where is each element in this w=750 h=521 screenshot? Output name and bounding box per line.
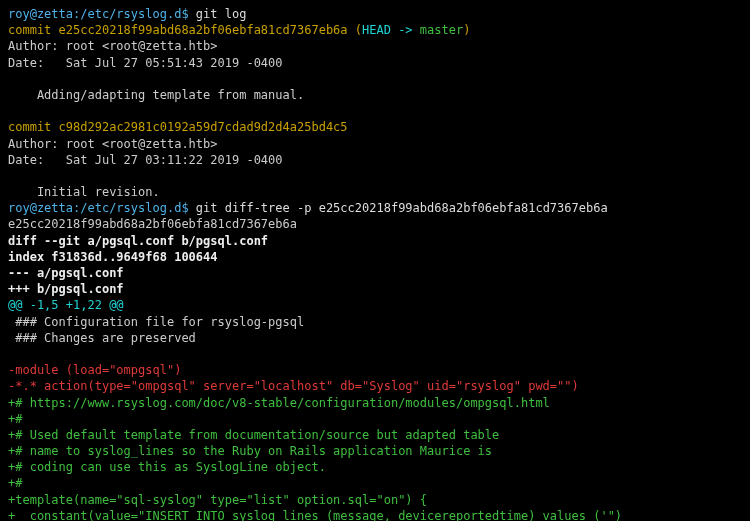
- diff-del: -*.* action(type="ompgsql" server="local…: [8, 378, 742, 394]
- command: git log: [196, 7, 247, 21]
- diff-del: -module (load="ompgsql"): [8, 362, 742, 378]
- diff-add: +# Used default template from documentat…: [8, 427, 742, 443]
- commit-hash: e25cc20218f99abd68a2bf06ebfa81cd7367eb6a: [59, 23, 348, 37]
- date-line: Date: Sat Jul 27 05:51:43 2019 -0400: [8, 55, 742, 71]
- diff-add: + constant(value="INSERT INTO syslog_lin…: [8, 508, 742, 521]
- ctx-line: ### Changes are preserved: [8, 330, 742, 346]
- diff-add: +template(name="sql-syslog" type="list" …: [8, 492, 742, 508]
- commit-message: Adding/adapting template from manual.: [8, 87, 742, 103]
- index-line: index f31836d..9649f68 100644: [8, 249, 742, 265]
- diff-add: +# coding can use this as SyslogLine obj…: [8, 459, 742, 475]
- diff-add: +# https://www.rsyslog.com/doc/v8-stable…: [8, 395, 742, 411]
- diff-add: +#: [8, 411, 742, 427]
- paren-close: ): [463, 23, 470, 37]
- branch-name: master: [420, 23, 463, 37]
- terminal[interactable]: roy@zetta:/etc/rsyslog.d$ git log commit…: [8, 6, 742, 521]
- diff-add: +# name to syslog_lines so the Ruby on R…: [8, 443, 742, 459]
- commit-message: Initial revision.: [8, 184, 742, 200]
- commit-hash: c98d292ac2981c0192a59d7cdad9d2d4a25bd4c5: [59, 120, 348, 134]
- hunk-header: @@ -1,5 +1,22 @@: [8, 297, 742, 313]
- commit-word: commit: [8, 23, 59, 37]
- head-label: HEAD ->: [362, 23, 420, 37]
- diff-header: diff --git a/pgsql.conf b/pgsql.conf: [8, 233, 742, 249]
- command: git diff-tree -p e25cc20218f99abd68a2bf0…: [196, 201, 608, 215]
- tree-hash: e25cc20218f99abd68a2bf06ebfa81cd7367eb6a: [8, 216, 742, 232]
- shell-prompt: roy@zetta:/etc/rsyslog.d$: [8, 7, 196, 21]
- old-file: --- a/pgsql.conf: [8, 265, 742, 281]
- shell-prompt: roy@zetta:/etc/rsyslog.d$: [8, 201, 196, 215]
- diff-add: +#: [8, 475, 742, 491]
- new-file: +++ b/pgsql.conf: [8, 281, 742, 297]
- author-line: Author: root <root@zetta.htb>: [8, 136, 742, 152]
- date-line: Date: Sat Jul 27 03:11:22 2019 -0400: [8, 152, 742, 168]
- paren: (: [348, 23, 362, 37]
- author-line: Author: root <root@zetta.htb>: [8, 38, 742, 54]
- commit-word: commit: [8, 120, 59, 134]
- ctx-line: ### Configuration file for rsyslog-pgsql: [8, 314, 742, 330]
